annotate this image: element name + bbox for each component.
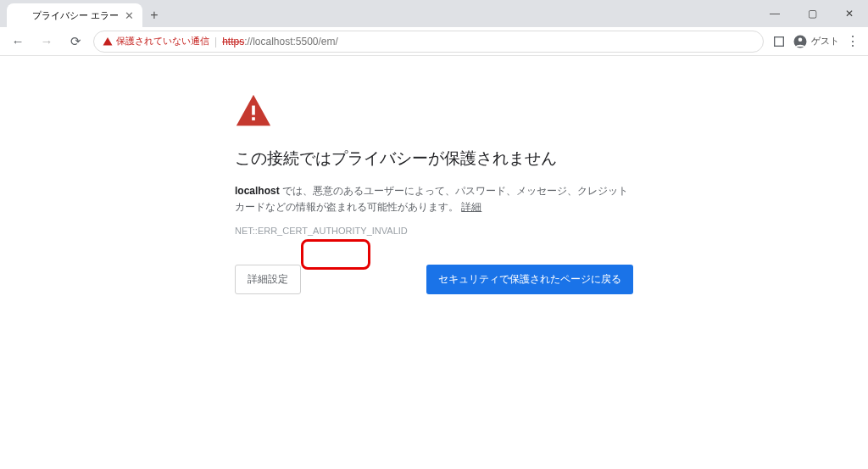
warning-triangle-icon xyxy=(103,36,113,47)
svg-rect-3 xyxy=(252,106,255,115)
not-secure-label: 保護されていない通信 xyxy=(116,35,209,47)
error-description: localhost では、悪意のあるユーザーによって、パスワード、メッセージ、ク… xyxy=(235,183,633,215)
not-secure-badge[interactable]: 保護されていない通信 xyxy=(103,35,209,47)
person-icon xyxy=(793,34,808,49)
new-tab-button[interactable]: + xyxy=(142,3,166,27)
close-tab-icon[interactable]: ✕ xyxy=(125,9,134,22)
page-content: この接続ではプライバシーが保護されません localhost では、悪意のあるユ… xyxy=(0,56,868,294)
toolbar: ← → ⟳ 保護されていない通信 | https://localhost:550… xyxy=(0,27,868,56)
learn-more-link[interactable]: 詳細 xyxy=(461,201,481,213)
back-button[interactable]: ← xyxy=(7,31,29,53)
warning-triangle-icon xyxy=(235,92,272,129)
back-to-safety-button[interactable]: セキュリティで保護されたページに戻る xyxy=(426,265,633,294)
toolbar-right: ゲスト ⋮ xyxy=(771,33,861,50)
maximize-button[interactable]: ▢ xyxy=(793,0,831,27)
titlebar: プライバシー エラー ✕ + — ▢ ✕ xyxy=(0,0,868,27)
tab-favicon xyxy=(15,9,27,21)
window-controls: — ▢ ✕ xyxy=(756,0,868,27)
page-title: この接続ではプライバシーが保護されません xyxy=(235,148,633,170)
install-icon[interactable] xyxy=(771,33,787,50)
url-text: https://localhost:5500/em/ xyxy=(222,36,338,47)
tab-title: プライバシー エラー xyxy=(32,9,119,22)
minimize-button[interactable]: — xyxy=(756,0,793,27)
guest-label: ゲスト xyxy=(811,35,839,47)
forward-button[interactable]: → xyxy=(36,31,58,53)
reload-button[interactable]: ⟳ xyxy=(64,31,86,53)
browser-tab[interactable]: プライバシー エラー ✕ xyxy=(7,3,142,27)
advanced-button[interactable]: 詳細設定 xyxy=(235,265,301,294)
button-row: 詳細設定 セキュリティで保護されたページに戻る xyxy=(235,265,633,294)
svg-rect-4 xyxy=(252,117,255,120)
kebab-menu-icon[interactable]: ⋮ xyxy=(844,33,861,49)
close-window-button[interactable]: ✕ xyxy=(831,0,868,27)
svg-rect-0 xyxy=(775,36,784,46)
error-panel: この接続ではプライバシーが保護されません localhost では、悪意のあるユ… xyxy=(235,92,633,294)
svg-point-2 xyxy=(798,37,803,42)
error-code: NET::ERR_CERT_AUTHORITY_INVALID xyxy=(235,226,633,236)
profile-chip[interactable]: ゲスト xyxy=(793,34,839,49)
url-bar[interactable]: 保護されていない通信 | https://localhost:5500/em/ xyxy=(93,31,764,53)
